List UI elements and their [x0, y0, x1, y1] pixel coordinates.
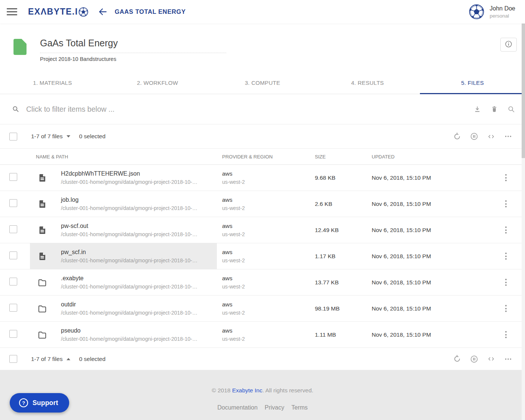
file-path: /cluster-001-home/gmogni/data/gmogni-pro…	[61, 205, 197, 211]
select-all-checkbox-bottom[interactable]	[9, 355, 17, 363]
file-path: /cluster-001-home/gmogni/data/gmogni-pro…	[61, 257, 197, 263]
footer-link-documentation[interactable]: Documentation	[217, 404, 258, 411]
file-path: /cluster-001-home/gmogni/data/gmogni-pro…	[61, 231, 197, 237]
file-icon	[37, 252, 47, 261]
table-row[interactable]: job.log /cluster-001-home/gmogni/data/gm…	[0, 191, 525, 217]
avatar[interactable]	[469, 4, 484, 19]
delete-button[interactable]	[491, 105, 498, 113]
file-name[interactable]: job.log	[61, 197, 197, 203]
footer-link-terms[interactable]: Terms	[291, 404, 308, 411]
row-checkbox[interactable]	[9, 199, 17, 207]
footer-link-privacy[interactable]: Privacy	[265, 404, 284, 411]
file-updated: Nov 6, 2018, 15:10 PM	[366, 201, 460, 207]
list-toolbar-top: 1-7 of 7 files 0 selected	[0, 124, 525, 149]
file-icon	[37, 173, 47, 182]
caret-up-icon	[67, 358, 70, 360]
file-path: /cluster-001-home/gmogni/data/gmogni-pro…	[61, 336, 197, 342]
row-checkbox[interactable]	[9, 304, 17, 312]
back-arrow-icon[interactable]	[98, 7, 107, 16]
refresh-button-bottom[interactable]	[453, 355, 461, 363]
selected-count: 0 selected	[79, 133, 105, 140]
more-button-bottom[interactable]	[504, 355, 512, 363]
provider-name: aws	[222, 197, 310, 203]
provider-name: aws	[222, 275, 310, 282]
user-menu[interactable]: John Doe personal	[490, 5, 516, 19]
row-checkbox[interactable]	[9, 173, 17, 181]
table-body: H2dcpbhWhTTEHERWE.json /cluster-001-home…	[0, 165, 525, 348]
tab-compute[interactable]: 3. COMPUTE	[210, 72, 315, 94]
select-all-checkbox[interactable]	[9, 133, 17, 140]
tab-files[interactable]: 5. FILES	[420, 72, 525, 94]
code-button[interactable]	[487, 133, 495, 140]
info-button[interactable]	[500, 38, 517, 52]
code-button-bottom[interactable]	[487, 355, 495, 363]
file-name[interactable]: pw-scf.out	[61, 223, 197, 229]
scrollbar[interactable]	[522, 24, 525, 420]
row-menu-button[interactable]	[503, 251, 509, 261]
search-button[interactable]	[507, 105, 515, 113]
file-name[interactable]: pseudo	[61, 327, 197, 334]
table-row[interactable]: .exabyte /cluster-001-home/gmogni/data/g…	[0, 269, 525, 296]
job-file-icon	[13, 39, 27, 55]
provider-region: us-west-2	[222, 310, 310, 316]
pause-button-bottom[interactable]	[470, 355, 478, 363]
row-menu-button[interactable]	[503, 303, 509, 314]
file-name[interactable]: H2dcpbhWhTTEHERWE.json	[61, 170, 197, 177]
pagination-range-bottom[interactable]: 1-7 of 7 files	[31, 356, 70, 362]
table-row[interactable]: pseudo /cluster-001-home/gmogni/data/gmo…	[0, 322, 525, 348]
table-row[interactable]: outdir /cluster-001-home/gmogni/data/gmo…	[0, 296, 525, 322]
row-checkbox[interactable]	[9, 225, 17, 233]
page-title[interactable]: GaAs Total Energy	[40, 38, 226, 53]
row-menu-button[interactable]	[503, 173, 509, 183]
help-icon: ?	[19, 398, 28, 408]
tab-results[interactable]: 4. RESULTS	[315, 72, 420, 94]
company-link[interactable]: Exabyte Inc	[232, 387, 262, 393]
list-toolbar-bottom: 1-7 of 7 files 0 selected	[0, 348, 525, 370]
support-button[interactable]: ? Support	[10, 393, 69, 413]
more-button[interactable]	[504, 132, 512, 140]
file-updated: Nov 6, 2018, 15:10 PM	[366, 175, 460, 181]
tab-workflow[interactable]: 2. WORKFLOW	[105, 72, 210, 94]
file-name[interactable]: pw_scf.in	[61, 249, 197, 256]
tab-materials[interactable]: 1. MATERIALS	[0, 72, 105, 94]
column-size[interactable]: SIZE	[310, 154, 366, 160]
filter-input[interactable]: Click to filter items below ...	[26, 105, 473, 114]
file-icon	[37, 226, 47, 235]
file-name[interactable]: .exabyte	[61, 275, 197, 282]
column-updated[interactable]: UPDATED	[366, 154, 460, 160]
table-row[interactable]: H2dcpbhWhTTEHERWE.json /cluster-001-home…	[0, 165, 525, 191]
table-row[interactable]: pw_scf.in /cluster-001-home/gmogni/data/…	[0, 243, 525, 269]
menu-icon[interactable]	[7, 8, 17, 15]
table-row[interactable]: pw-scf.out /cluster-001-home/gmogni/data…	[0, 217, 525, 243]
download-button[interactable]	[473, 105, 481, 113]
refresh-button[interactable]	[453, 133, 461, 140]
info-icon	[504, 40, 513, 50]
provider-region: us-west-2	[222, 336, 310, 342]
file-name[interactable]: outdir	[61, 301, 197, 308]
logo[interactable]: EXΛBYTE.I	[28, 7, 88, 17]
logo-text: EXΛBYTE.I	[28, 7, 78, 17]
folder-icon	[37, 278, 47, 287]
selected-count-bottom: 0 selected	[79, 356, 105, 362]
pause-button[interactable]	[470, 132, 478, 140]
row-menu-button[interactable]	[503, 330, 509, 340]
column-provider-region[interactable]: PROVIDER & REGION	[217, 154, 310, 160]
user-name: John Doe	[490, 5, 516, 12]
page-header: GaAs Total Energy Project 2018-10 Bandst…	[0, 24, 525, 72]
column-name-path[interactable]: NAME & PATH	[30, 154, 217, 160]
row-menu-button[interactable]	[503, 199, 509, 209]
row-checkbox[interactable]	[9, 278, 17, 285]
appbar-page-title: GAAS TOTAL ENERGY	[115, 8, 186, 15]
copyright: © 2018 Exabyte Inc. All rights reserved.	[0, 370, 525, 394]
pagination-range[interactable]: 1-7 of 7 files	[31, 133, 70, 140]
file-size: 2.6 KB	[310, 201, 366, 207]
row-checkbox[interactable]	[9, 330, 17, 338]
file-updated: Nov 6, 2018, 15:10 PM	[366, 305, 460, 312]
row-checkbox[interactable]	[9, 251, 17, 259]
row-menu-button[interactable]	[503, 277, 509, 287]
provider-name: aws	[222, 170, 310, 177]
scrollbar-thumb[interactable]	[522, 24, 525, 158]
folder-icon	[37, 330, 47, 340]
row-menu-button[interactable]	[503, 225, 509, 235]
provider-name: aws	[222, 327, 310, 334]
